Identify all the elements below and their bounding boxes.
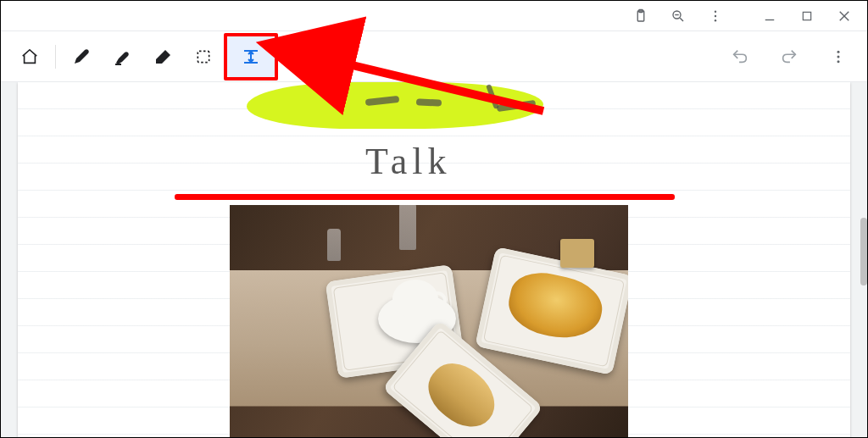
- eraser-tool[interactable]: [142, 36, 183, 77]
- svg-point-18: [837, 60, 840, 63]
- app-toolbar: [1, 31, 867, 82]
- separator: [55, 45, 56, 69]
- select-tool[interactable]: [183, 36, 224, 77]
- svg-rect-13: [198, 51, 209, 62]
- svg-line-4: [680, 18, 683, 21]
- redo-button[interactable]: [769, 36, 810, 77]
- overflow-menu[interactable]: [818, 36, 859, 77]
- canvas-area[interactable]: Talk: [1, 82, 867, 437]
- napkin-holder: [560, 239, 594, 268]
- home-button[interactable]: [9, 36, 50, 77]
- close-icon[interactable]: [837, 8, 852, 24]
- svg-point-6: [715, 14, 716, 16]
- ink-stroke: [416, 98, 442, 106]
- highlighted-tool-box: [224, 33, 278, 80]
- svg-point-17: [837, 55, 840, 58]
- svg-point-16: [837, 50, 840, 53]
- svg-rect-9: [803, 12, 810, 19]
- maximize-icon[interactable]: [799, 8, 815, 24]
- insert-space-tool[interactable]: [227, 36, 275, 77]
- svg-point-5: [715, 10, 716, 12]
- highlighter-tool[interactable]: [102, 36, 142, 77]
- pen-tool[interactable]: [61, 36, 102, 77]
- undo-button[interactable]: [720, 36, 760, 77]
- zoom-out-icon[interactable]: [670, 8, 686, 24]
- more-vert-icon[interactable]: [708, 8, 723, 24]
- vertical-scrollbar[interactable]: [860, 218, 867, 286]
- svg-point-7: [715, 19, 716, 21]
- svg-rect-12: [115, 64, 121, 65]
- handwriting-text: Talk: [365, 140, 452, 183]
- inserted-photo[interactable]: [230, 205, 628, 437]
- red-underline: [175, 194, 675, 200]
- window-title-bar: [1, 1, 867, 31]
- minimize-icon[interactable]: [762, 8, 777, 24]
- note-page[interactable]: Talk: [18, 82, 850, 437]
- clipboard-icon[interactable]: [633, 8, 648, 24]
